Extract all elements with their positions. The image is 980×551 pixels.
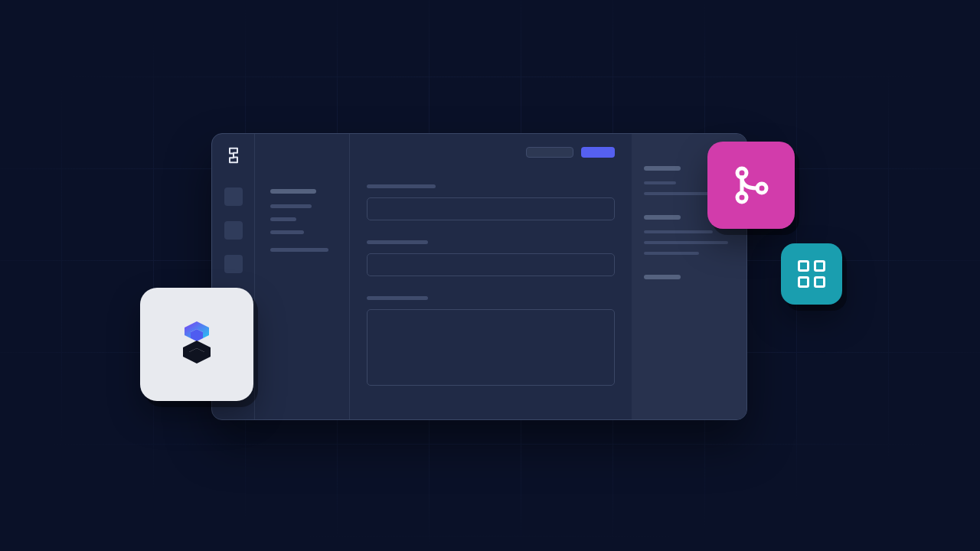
nav-item-2[interactable] <box>270 204 312 208</box>
top-bar <box>367 143 615 161</box>
side-heading-2 <box>644 215 681 220</box>
git-merge-icon <box>730 164 773 207</box>
form-field-3 <box>367 296 615 386</box>
field-label-2 <box>367 240 428 244</box>
form-field-2 <box>367 240 615 276</box>
nav-column <box>255 134 350 419</box>
tile-teal <box>781 243 842 305</box>
main-panel <box>350 134 632 419</box>
textarea-1[interactable] <box>367 309 615 386</box>
nav-item-1[interactable] <box>270 189 316 194</box>
tile-pink <box>707 142 795 229</box>
nav-item-3[interactable] <box>270 217 296 221</box>
nav-item-4[interactable] <box>270 230 304 234</box>
app-window <box>211 133 747 420</box>
side-section-3 <box>644 275 734 279</box>
field-label-3 <box>367 296 428 300</box>
primary-button[interactable] <box>581 147 615 158</box>
rail-item-3[interactable] <box>224 255 243 273</box>
abstract-h-logo-icon <box>166 314 227 375</box>
tile-white <box>140 288 253 401</box>
text-input-2[interactable] <box>367 253 615 276</box>
side-heading-3 <box>644 275 681 279</box>
side-line <box>644 252 699 255</box>
nav-item-5[interactable] <box>270 248 328 252</box>
side-line <box>644 192 713 195</box>
field-label-1 <box>367 184 436 188</box>
form-field-1 <box>367 184 615 220</box>
rail-item-2[interactable] <box>224 221 243 240</box>
secondary-button[interactable] <box>526 147 573 158</box>
apps-grid-icon <box>798 260 825 288</box>
side-line <box>644 181 676 184</box>
text-input-1[interactable] <box>367 197 615 220</box>
side-line <box>644 230 713 233</box>
side-heading-1 <box>644 166 681 171</box>
side-line <box>644 241 728 244</box>
rail-item-1[interactable] <box>224 187 243 206</box>
app-logo-icon <box>226 146 241 165</box>
